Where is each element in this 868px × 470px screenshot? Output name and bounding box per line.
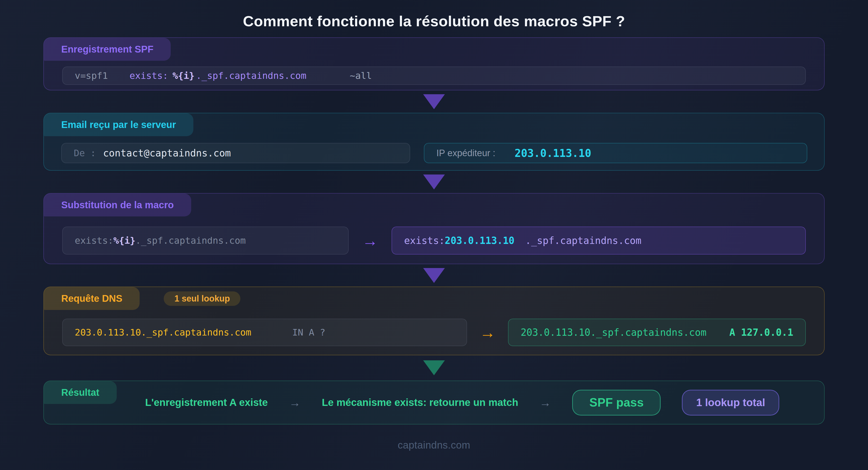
- single-lookup-badge: 1 seul lookup: [164, 291, 240, 306]
- dns-query-box: 203.0.113.10._spf.captaindns.com IN A ?: [62, 319, 467, 346]
- footer-brand: captaindns.com: [0, 439, 868, 451]
- spf-record-code: v=spf1 exists: %{i} ._spf.captaindns.com…: [62, 66, 806, 85]
- answer-name: 203.0.113.10._spf.captaindns.com: [521, 327, 707, 338]
- answer-record: A 127.0.0.1: [730, 327, 793, 338]
- substitution-before-box: exists: %{i} ._spf.captaindns.com: [62, 226, 349, 254]
- result-badge: Résultat: [44, 381, 117, 404]
- substitution-badge: Substitution de la macro: [44, 193, 191, 216]
- section-dns-query: Requête DNS 1 seul lookup 203.0.113.10._…: [43, 287, 825, 355]
- dns-answer-box: 203.0.113.10._spf.captaindns.com A 127.0…: [508, 319, 806, 346]
- section-substitution: Substitution de la macro exists: %{i} ._…: [43, 193, 825, 264]
- email-from-label: De :: [74, 148, 96, 158]
- flow-arrow-down-icon: [423, 361, 445, 375]
- flow-arrow-down-icon: [423, 94, 445, 109]
- email-from-value: contact@captaindns.com: [103, 148, 231, 159]
- flow-arrow-down-icon: [423, 268, 445, 283]
- result-arrow-icon: →: [289, 396, 301, 409]
- substitution-arrow-icon: →: [362, 232, 378, 249]
- spf-domain: ._spf.captaindns.com: [196, 70, 306, 81]
- email-ip-value: 203.0.113.10: [515, 147, 591, 159]
- lookup-total-pill: 1 lookup total: [682, 390, 779, 415]
- spf-mechanism: exists:: [129, 70, 168, 81]
- email-ip-label: IP expéditeur :: [436, 148, 495, 158]
- spf-qualifier: ~all: [350, 70, 372, 81]
- dns-query-arrow-icon: →: [479, 324, 495, 340]
- result-step1: L'enregistrement A existe: [145, 397, 268, 408]
- after-prefix: exists:: [404, 235, 445, 246]
- substitution-after-box: exists: 203.0.113.10 ._spf.captaindns.co…: [392, 226, 806, 254]
- spf-version: v=spf1: [75, 70, 108, 81]
- flow-arrow-down-icon: [423, 175, 445, 189]
- page-title: Comment fonctionne la résolution des mac…: [0, 0, 868, 37]
- before-macro: %{i}: [113, 235, 135, 246]
- result-step2: Le mécanisme exists: retourne un match: [322, 397, 518, 408]
- email-ip-box: IP expéditeur : 203.0.113.10: [424, 143, 807, 163]
- section-email: Email reçu par le serveur De : contact@c…: [43, 113, 825, 170]
- before-prefix: exists:: [75, 235, 113, 246]
- query-type: IN A ?: [292, 327, 325, 338]
- result-arrow-icon: →: [539, 396, 551, 409]
- before-suffix: ._spf.captaindns.com: [135, 235, 246, 246]
- spf-macro: %{i}: [173, 70, 194, 81]
- flow-diagram: Enregistrement SPF v=spf1 exists: %{i} .…: [43, 37, 825, 425]
- dns-query-badge: Requête DNS: [44, 287, 140, 310]
- query-name: 203.0.113.10._spf.captaindns.com: [75, 327, 251, 338]
- spf-pass-pill: SPF pass: [572, 390, 661, 415]
- section-spf-record: Enregistrement SPF v=spf1 exists: %{i} .…: [43, 37, 825, 90]
- section-result: Résultat L'enregistrement A existe → Le …: [43, 381, 825, 425]
- email-badge: Email reçu par le serveur: [44, 113, 193, 136]
- spf-record-badge: Enregistrement SPF: [44, 38, 171, 61]
- email-from-box: De : contact@captaindns.com: [61, 143, 410, 163]
- after-suffix: ._spf.captaindns.com: [525, 235, 642, 246]
- after-ip: 203.0.113.10: [445, 235, 515, 246]
